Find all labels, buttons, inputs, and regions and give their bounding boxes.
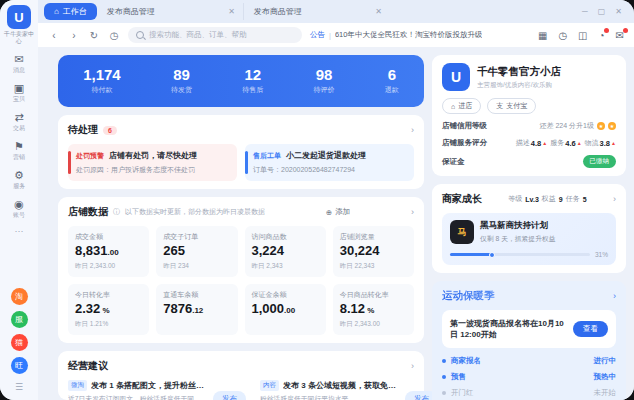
- tab-workbench[interactable]: ⌂ 工作台: [44, 3, 97, 20]
- metric-deposit[interactable]: 保证金余额 1,000.00: [245, 284, 326, 335]
- messages-icon[interactable]: ✉: [616, 30, 624, 41]
- announcement-text: 610年中大促全民狂欢！淘宝特价版投放升级: [335, 30, 483, 40]
- aftersale-ticket-card[interactable]: 售后工单 小二发起退货退款处理 订单号：2020020526482747294: [245, 144, 414, 181]
- close-icon[interactable]: ✕: [228, 7, 235, 16]
- qianniu-logo-icon[interactable]: U: [7, 5, 31, 29]
- announcement-label: 公告: [310, 30, 325, 40]
- stat-refund[interactable]: 6 退款: [385, 67, 399, 95]
- wangwang-app-icon[interactable]: 旺: [11, 357, 28, 374]
- tmall-app-icon[interactable]: 猫: [11, 334, 28, 351]
- stat-value: 89: [171, 67, 192, 83]
- sidebar-item-messages[interactable]: ✉ 消息: [13, 53, 25, 75]
- reminder-icon[interactable]: ◔: [599, 30, 605, 41]
- timeline-dot: [442, 359, 446, 363]
- metric-conversion[interactable]: 今日转化率 2.32 % 昨日 1.21%: [68, 284, 149, 335]
- stat-pending-payment[interactable]: 1,174 待付款: [83, 67, 121, 95]
- timeline-name: 预售: [451, 372, 466, 382]
- taobao-app-icon[interactable]: 淘: [11, 288, 28, 305]
- sidebar-item-products[interactable]: ▣ 宝贝: [13, 82, 25, 104]
- shop-icon: ⌂: [451, 103, 455, 110]
- files-icon[interactable]: ◫: [578, 30, 587, 41]
- timeline-item[interactable]: 预售 预热中: [442, 372, 616, 382]
- medal-icon: ★: [597, 122, 605, 130]
- metric-suffix: .12: [192, 306, 203, 315]
- search-input[interactable]: 搜索功能、商品、订单、帮助: [128, 27, 302, 43]
- tab-label: 发布商品管理: [107, 6, 155, 17]
- pending-section: 待处理 6 › 处罚预警 店铺有处罚，请尽快处理 处罚原因：用户投诉服务态度不佳…: [58, 115, 424, 189]
- sidebar-item-trade[interactable]: ⇄ 交易: [13, 111, 25, 133]
- credit-label: 店铺信用等级: [442, 121, 487, 131]
- maximize-icon[interactable]: ▢: [598, 7, 606, 16]
- view-button[interactable]: 查看: [573, 321, 608, 337]
- stat-pending-review[interactable]: 98 待评价: [314, 67, 335, 95]
- chevron-right-icon[interactable]: ›: [411, 207, 414, 217]
- minimize-icon[interactable]: ─: [582, 7, 588, 16]
- chevron-right-icon[interactable]: ›: [613, 291, 616, 301]
- ticket-order-number: 订单号：2020020526482747294: [253, 165, 406, 175]
- tab-publish-2[interactable]: 发布商品管理 ✕: [246, 3, 390, 20]
- alipay-button[interactable]: 支支付宝: [487, 98, 536, 114]
- metric-ad-balance[interactable]: 直通车余额 7876.12: [156, 284, 237, 335]
- progress-label: 31%: [595, 251, 608, 258]
- sidebar-item-label: 服务: [13, 182, 25, 191]
- tasks-label: 任务: [566, 194, 580, 204]
- apps-icon[interactable]: ▦: [538, 30, 547, 41]
- enter-shop-button[interactable]: ⌂进店: [442, 98, 481, 114]
- sidebar-more-button[interactable]: ···: [15, 226, 24, 236]
- stat-pending-shipment[interactable]: 89 待发货: [171, 67, 192, 95]
- campaign-info-card: 第一波现货商品报名将在10月10日 12:00开始 查看: [442, 310, 616, 348]
- penalty-alert-card[interactable]: 处罚预警 店铺有处罚，请尽快处理 处罚原因：用户投诉服务态度不佳处罚: [68, 144, 237, 181]
- search-placeholder: 搜索功能、商品、订单、帮助: [149, 30, 247, 40]
- timeline-item[interactable]: 商家报名 进行中: [442, 356, 616, 366]
- darkhorse-program-card[interactable]: 马 黑马新商扶持计划 仅剩 8 天，抓紧提升权益 31%: [442, 213, 616, 265]
- metric-value: 8.12: [340, 301, 365, 316]
- metric-value: 3,224: [252, 243, 285, 258]
- metric-item-conversion[interactable]: 今日商品转化率 8.12 % 昨日 2,343.00: [333, 284, 414, 335]
- timeline-item[interactable]: 开门红 未开始: [442, 388, 616, 398]
- metric-pageviews[interactable]: 店铺浏览量 30,224 昨日 22,343: [333, 226, 414, 277]
- stat-after-sale[interactable]: 12 待售后: [242, 67, 263, 95]
- chevron-right-icon[interactable]: ›: [411, 361, 414, 371]
- metric-value: 8,831: [75, 243, 108, 258]
- history-icon[interactable]: ◷: [558, 30, 567, 41]
- sidebar-item-service[interactable]: ⚙ 服务: [13, 169, 25, 191]
- refresh-icon[interactable]: ↻: [88, 30, 100, 41]
- sidebar-item-label: 账号: [13, 211, 25, 220]
- sidebar-item-label: 消息: [13, 66, 25, 75]
- close-icon[interactable]: ✕: [375, 7, 382, 16]
- section-title: 待处理: [68, 123, 98, 137]
- close-window-icon[interactable]: ✕: [615, 7, 622, 16]
- metric-suffix: %: [365, 306, 374, 315]
- metric-orders[interactable]: 成交子订单 265 昨日 234: [156, 226, 237, 277]
- metric-suffix: .00: [284, 306, 295, 315]
- tab-bar: ⌂ 工作台 发布商品管理 ✕ 发布商品管理 ✕ ─ ▢ ✕: [38, 0, 634, 23]
- announcement-bar[interactable]: 公告 | 610年中大促全民狂欢！淘宝特价版投放升级: [310, 30, 482, 40]
- plus-icon: ⊕: [326, 208, 332, 217]
- sidebar-item-account[interactable]: ◉ 账号: [13, 198, 25, 220]
- metric-gmv[interactable]: 成交金额 8,831.00 昨日 2,343.00: [68, 226, 149, 277]
- level-label: 等级: [508, 194, 522, 204]
- publish-button[interactable]: 发布: [213, 391, 246, 400]
- suggestion-title: 发布 1 条搭配图文，提升粉丝活跃: [91, 380, 207, 391]
- chevron-right-icon[interactable]: ›: [613, 194, 616, 204]
- stat-label: 退款: [385, 85, 399, 95]
- suggestion-desc: 近7日未发布订阅图文，粉丝活跃度低于同行平均: [68, 394, 207, 400]
- tab-publish-1[interactable]: 发布商品管理 ✕: [99, 3, 244, 20]
- stat-label: 待评价: [314, 85, 335, 95]
- rating-label: 店铺服务评分: [442, 138, 487, 148]
- sidebar-item-marketing[interactable]: ⚑ 营销: [13, 140, 25, 162]
- tab-label: 工作台: [63, 6, 87, 17]
- kefu-app-icon[interactable]: 服: [11, 311, 28, 328]
- chevron-right-icon[interactable]: ›: [411, 125, 414, 135]
- menu-icon[interactable]: ☰: [15, 380, 23, 396]
- metric-label: 今日商品转化率: [340, 290, 407, 300]
- forward-icon[interactable]: ›: [68, 30, 80, 41]
- back-icon[interactable]: ‹: [48, 30, 60, 41]
- campaign-text: 第一波现货商品报名将在10月10日 12:00开始: [450, 318, 567, 340]
- metric-visited-items[interactable]: 访问商品数 3,224 昨日 2,343: [245, 226, 326, 277]
- history-clock-icon[interactable]: ◷: [108, 30, 120, 41]
- metric-sub: [252, 320, 319, 327]
- stat-label: 待发货: [171, 85, 192, 95]
- metric-label: 成交金额: [75, 232, 142, 242]
- add-metric-button[interactable]: ⊕添加: [326, 207, 350, 217]
